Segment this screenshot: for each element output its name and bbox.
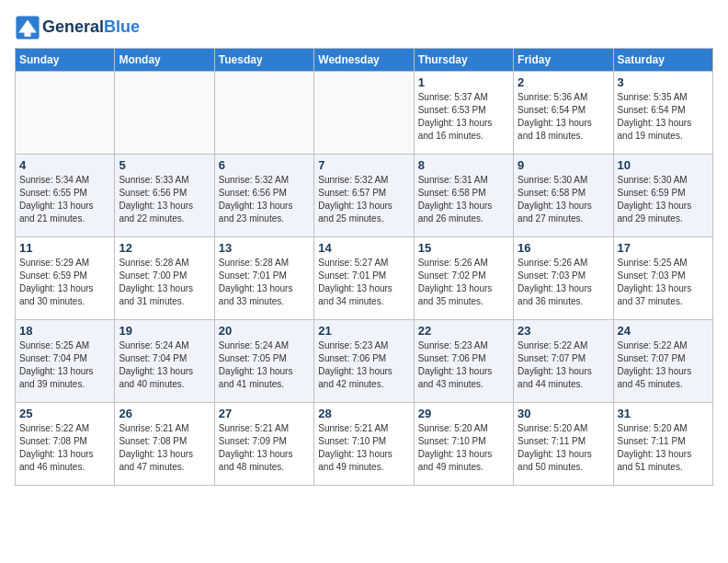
- day-info: Sunrise: 5:31 AM Sunset: 6:58 PM Dayligh…: [418, 174, 509, 225]
- day-number: 29: [418, 407, 509, 420]
- day-info: Sunrise: 5:28 AM Sunset: 7:01 PM Dayligh…: [219, 257, 310, 308]
- logo-text: GeneralBlue: [42, 18, 140, 37]
- calendar-cell: [115, 72, 214, 155]
- calendar-cell: 9Sunrise: 5:30 AM Sunset: 6:58 PM Daylig…: [514, 155, 613, 237]
- calendar-cell: 15Sunrise: 5:26 AM Sunset: 7:02 PM Dayli…: [414, 237, 513, 320]
- calendar-cell: 3Sunrise: 5:35 AM Sunset: 6:54 PM Daylig…: [613, 72, 712, 155]
- day-info: Sunrise: 5:20 AM Sunset: 7:10 PM Dayligh…: [418, 422, 509, 474]
- day-number: 28: [318, 407, 409, 420]
- calendar-cell: 31Sunrise: 5:20 AM Sunset: 7:11 PM Dayli…: [613, 403, 712, 486]
- day-info: Sunrise: 5:21 AM Sunset: 7:08 PM Dayligh…: [119, 422, 210, 474]
- day-info: Sunrise: 5:24 AM Sunset: 7:04 PM Dayligh…: [119, 339, 210, 391]
- weekday-header-sunday: Sunday: [16, 49, 115, 72]
- day-number: 20: [219, 324, 310, 338]
- day-number: 3: [618, 75, 709, 89]
- day-info: Sunrise: 5:21 AM Sunset: 7:09 PM Dayligh…: [219, 422, 310, 474]
- day-info: Sunrise: 5:25 AM Sunset: 7:03 PM Dayligh…: [618, 257, 709, 308]
- page-header: GeneralBlue: [15, 15, 713, 40]
- day-number: 10: [618, 158, 709, 172]
- calendar-cell: 16Sunrise: 5:26 AM Sunset: 7:03 PM Dayli…: [514, 237, 613, 320]
- day-number: 25: [19, 407, 110, 420]
- calendar-cell: 4Sunrise: 5:34 AM Sunset: 6:55 PM Daylig…: [16, 155, 115, 237]
- day-info: Sunrise: 5:20 AM Sunset: 7:11 PM Dayligh…: [518, 422, 609, 474]
- day-number: 11: [19, 241, 110, 255]
- day-number: 26: [119, 407, 210, 420]
- day-number: 12: [119, 241, 210, 255]
- calendar-cell: 10Sunrise: 5:30 AM Sunset: 6:59 PM Dayli…: [613, 155, 712, 237]
- calendar-cell: 23Sunrise: 5:22 AM Sunset: 7:07 PM Dayli…: [514, 320, 613, 403]
- weekday-header-thursday: Thursday: [414, 49, 513, 72]
- calendar-cell: 12Sunrise: 5:28 AM Sunset: 7:00 PM Dayli…: [115, 237, 214, 320]
- calendar-cell: 1Sunrise: 5:37 AM Sunset: 6:53 PM Daylig…: [414, 72, 513, 155]
- day-info: Sunrise: 5:29 AM Sunset: 6:59 PM Dayligh…: [19, 257, 110, 308]
- calendar-table: SundayMondayTuesdayWednesdayThursdayFrid…: [15, 48, 713, 486]
- day-info: Sunrise: 5:34 AM Sunset: 6:55 PM Dayligh…: [19, 174, 110, 225]
- day-number: 22: [418, 324, 509, 338]
- day-info: Sunrise: 5:22 AM Sunset: 7:07 PM Dayligh…: [518, 339, 609, 391]
- calendar-cell: 18Sunrise: 5:25 AM Sunset: 7:04 PM Dayli…: [16, 320, 115, 403]
- calendar-cell: 25Sunrise: 5:22 AM Sunset: 7:08 PM Dayli…: [16, 403, 115, 486]
- weekday-header-friday: Friday: [514, 49, 613, 72]
- day-info: Sunrise: 5:20 AM Sunset: 7:11 PM Dayligh…: [618, 422, 709, 474]
- day-number: 23: [518, 324, 609, 338]
- logo-icon: [15, 15, 40, 40]
- calendar-cell: 27Sunrise: 5:21 AM Sunset: 7:09 PM Dayli…: [214, 403, 313, 486]
- calendar-cell: 13Sunrise: 5:28 AM Sunset: 7:01 PM Dayli…: [214, 237, 313, 320]
- day-info: Sunrise: 5:22 AM Sunset: 7:07 PM Dayligh…: [618, 339, 709, 391]
- calendar-cell: 5Sunrise: 5:33 AM Sunset: 6:56 PM Daylig…: [115, 155, 214, 237]
- calendar-cell: 8Sunrise: 5:31 AM Sunset: 6:58 PM Daylig…: [414, 155, 513, 237]
- day-info: Sunrise: 5:37 AM Sunset: 6:53 PM Dayligh…: [418, 91, 509, 143]
- day-info: Sunrise: 5:27 AM Sunset: 7:01 PM Dayligh…: [318, 257, 409, 308]
- day-info: Sunrise: 5:23 AM Sunset: 7:06 PM Dayligh…: [418, 339, 509, 391]
- calendar-cell: 20Sunrise: 5:24 AM Sunset: 7:05 PM Dayli…: [214, 320, 313, 403]
- calendar-cell: 30Sunrise: 5:20 AM Sunset: 7:11 PM Dayli…: [514, 403, 613, 486]
- calendar-cell: [16, 72, 115, 155]
- weekday-header-wednesday: Wednesday: [314, 49, 414, 72]
- day-number: 31: [618, 407, 709, 420]
- day-info: Sunrise: 5:26 AM Sunset: 7:02 PM Dayligh…: [418, 257, 509, 308]
- day-info: Sunrise: 5:30 AM Sunset: 6:59 PM Dayligh…: [618, 174, 709, 225]
- day-info: Sunrise: 5:33 AM Sunset: 6:56 PM Dayligh…: [119, 174, 210, 225]
- day-number: 24: [618, 324, 709, 338]
- day-number: 15: [418, 241, 509, 255]
- day-number: 9: [518, 158, 609, 172]
- day-number: 16: [518, 241, 609, 255]
- day-number: 19: [119, 324, 210, 338]
- day-number: 1: [418, 75, 509, 89]
- day-number: 6: [219, 158, 310, 172]
- day-number: 4: [19, 158, 110, 172]
- day-number: 30: [518, 407, 609, 420]
- calendar-cell: 24Sunrise: 5:22 AM Sunset: 7:07 PM Dayli…: [613, 320, 712, 403]
- day-info: Sunrise: 5:26 AM Sunset: 7:03 PM Dayligh…: [518, 257, 609, 308]
- calendar-cell: 14Sunrise: 5:27 AM Sunset: 7:01 PM Dayli…: [314, 237, 414, 320]
- day-number: 5: [119, 158, 210, 172]
- calendar-cell: 17Sunrise: 5:25 AM Sunset: 7:03 PM Dayli…: [613, 237, 712, 320]
- calendar-cell: 21Sunrise: 5:23 AM Sunset: 7:06 PM Dayli…: [314, 320, 414, 403]
- day-number: 8: [418, 158, 509, 172]
- day-info: Sunrise: 5:21 AM Sunset: 7:10 PM Dayligh…: [318, 422, 409, 474]
- calendar-cell: 22Sunrise: 5:23 AM Sunset: 7:06 PM Dayli…: [414, 320, 513, 403]
- weekday-header-monday: Monday: [115, 49, 214, 72]
- calendar-cell: [214, 72, 313, 155]
- day-number: 14: [318, 241, 409, 255]
- weekday-header-tuesday: Tuesday: [214, 49, 313, 72]
- calendar-cell: 2Sunrise: 5:36 AM Sunset: 6:54 PM Daylig…: [514, 72, 613, 155]
- day-number: 17: [618, 241, 709, 255]
- calendar-cell: 7Sunrise: 5:32 AM Sunset: 6:57 PM Daylig…: [314, 155, 414, 237]
- calendar-cell: 28Sunrise: 5:21 AM Sunset: 7:10 PM Dayli…: [314, 403, 414, 486]
- calendar-cell: 6Sunrise: 5:32 AM Sunset: 6:56 PM Daylig…: [214, 155, 313, 237]
- day-number: 18: [19, 324, 110, 338]
- day-number: 13: [219, 241, 310, 255]
- day-info: Sunrise: 5:32 AM Sunset: 6:56 PM Dayligh…: [219, 174, 310, 225]
- day-info: Sunrise: 5:25 AM Sunset: 7:04 PM Dayligh…: [19, 339, 110, 391]
- day-info: Sunrise: 5:28 AM Sunset: 7:00 PM Dayligh…: [119, 257, 210, 308]
- calendar-cell: 26Sunrise: 5:21 AM Sunset: 7:08 PM Dayli…: [115, 403, 214, 486]
- day-info: Sunrise: 5:22 AM Sunset: 7:08 PM Dayligh…: [19, 422, 110, 474]
- calendar-cell: 19Sunrise: 5:24 AM Sunset: 7:04 PM Dayli…: [115, 320, 214, 403]
- day-number: 21: [318, 324, 409, 338]
- calendar-cell: 11Sunrise: 5:29 AM Sunset: 6:59 PM Dayli…: [16, 237, 115, 320]
- svg-rect-2: [25, 30, 31, 37]
- weekday-header-saturday: Saturday: [613, 49, 712, 72]
- day-info: Sunrise: 5:30 AM Sunset: 6:58 PM Dayligh…: [518, 174, 609, 225]
- calendar-cell: [314, 72, 414, 155]
